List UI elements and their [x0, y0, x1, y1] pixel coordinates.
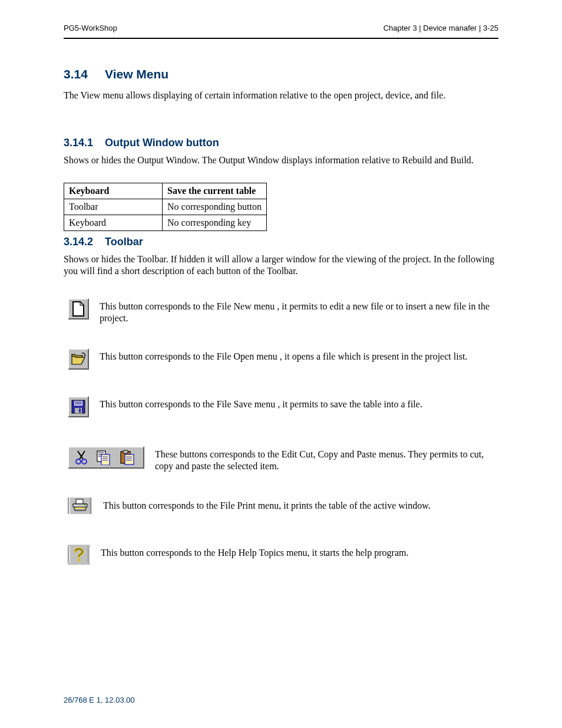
svg-point-13 [82, 459, 87, 464]
table-cell: No corresponding key [163, 215, 267, 231]
svg-rect-9 [79, 409, 81, 413]
subsection-number: 3.14.1 [64, 137, 93, 149]
page-footer: 26/768 E 1, 12.03.00 [64, 696, 135, 704]
section-title-text: View Menu [105, 67, 168, 81]
svg-rect-7 [75, 404, 82, 404]
subsection-title-text: Output Window button [105, 137, 219, 149]
copy-button[interactable] [96, 450, 111, 465]
printer-icon [72, 499, 88, 513]
svg-rect-18 [101, 454, 110, 465]
svg-rect-28 [76, 499, 83, 504]
svg-point-32 [84, 505, 86, 506]
table-cell: No corresponding button [163, 199, 267, 215]
svg-point-33 [77, 558, 80, 561]
cut-button[interactable] [75, 450, 88, 465]
save-file-button[interactable] [68, 396, 89, 417]
svg-point-12 [76, 459, 81, 464]
item-number: 3.14.2 [64, 236, 93, 248]
table-row: Toolbar No corresponding button [64, 199, 267, 215]
table-cell: Toolbar [64, 199, 163, 215]
scissors-icon [75, 450, 88, 465]
subsection-para: Shows or hides the Output Window. The Ou… [64, 154, 498, 166]
subsection-heading: 3.14.1 Output Window button [64, 137, 219, 149]
table-row: Keyboard No corresponding key [64, 215, 267, 231]
icon-description: This button corresponds to the File New … [100, 301, 492, 324]
toolbar-separator [88, 546, 90, 563]
floppy-disk-icon [71, 400, 85, 414]
edit-toolbar-strip [68, 446, 144, 469]
svg-rect-31 [75, 508, 85, 509]
svg-marker-1 [80, 302, 84, 305]
print-button[interactable] [70, 498, 90, 514]
new-file-icon [72, 301, 85, 317]
icon-description: This button corresponds to the File Open… [100, 351, 492, 363]
shortcut-table: Keyboard Save the current table Toolbar … [64, 183, 267, 231]
icon-description: This button corresponds to the File Save… [100, 398, 492, 410]
question-mark-icon [74, 547, 84, 562]
page-header: PG5-WorkShop Chapter 3 | Device manafer … [64, 24, 498, 32]
help-button[interactable] [70, 545, 88, 565]
svg-rect-23 [123, 450, 128, 453]
icon-description: This button corresponds to the File Prin… [103, 500, 492, 512]
section-intro: The View menu allows displaying of certa… [64, 90, 498, 101]
icon-description: These buttons corresponds to the Edit Cu… [155, 449, 492, 472]
svg-rect-6 [75, 403, 82, 403]
item-title-text: Toolbar [105, 236, 143, 248]
toolbar-separator [90, 498, 92, 514]
icon-description: This button corresponds to the Help Help… [101, 547, 492, 559]
table-cell: Keyboard [64, 215, 163, 231]
copy-icon [96, 450, 111, 465]
new-file-button[interactable] [68, 298, 89, 319]
header-left: PG5-WorkShop [64, 24, 117, 32]
header-right: Chapter 3 | Device manafer | 3-25 [384, 24, 498, 32]
svg-rect-5 [75, 401, 82, 402]
open-folder-icon [71, 353, 86, 365]
section-number: 3.14 [64, 67, 88, 81]
item-para: Shows or hides the Toolbar. If hidden it… [64, 253, 498, 277]
svg-rect-24 [125, 454, 134, 465]
svg-rect-8 [75, 408, 82, 413]
table-header-cell: Keyboard [64, 183, 163, 199]
header-rule [64, 38, 498, 39]
section-heading: 3.14 View Menu [64, 67, 168, 81]
paste-button[interactable] [120, 450, 135, 465]
open-file-button[interactable] [68, 348, 89, 370]
table-header-cell: Save the current table [163, 183, 267, 199]
item-heading: 3.14.2 Toolbar [64, 236, 143, 248]
table-row: Keyboard Save the current table [64, 183, 267, 199]
paste-icon [120, 450, 135, 465]
